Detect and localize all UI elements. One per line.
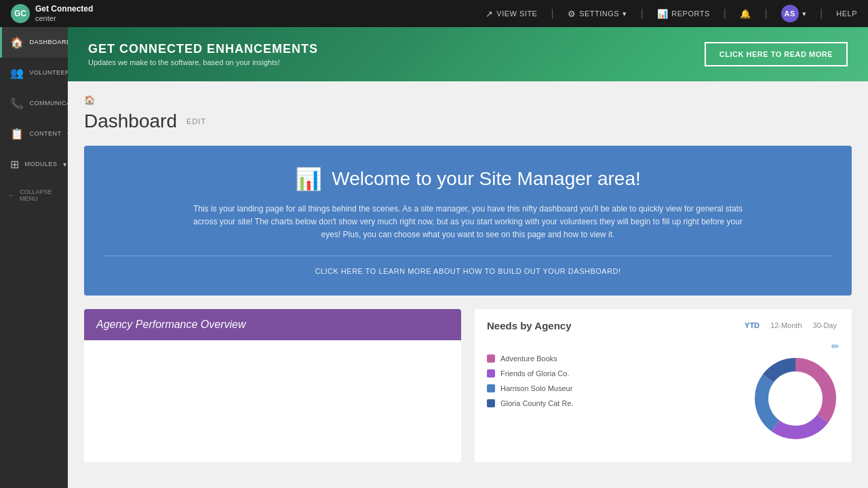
bell-icon: 🔔 xyxy=(740,9,751,19)
enhancement-banner: GET CONNECTED ENHANCEMENTS Updates we ma… xyxy=(68,27,868,81)
agency-card-body xyxy=(84,340,461,462)
avatar: AS xyxy=(781,5,799,22)
legend-item: Gloria County Cat Re. xyxy=(487,399,741,407)
legend-label-3: Harrison Solo Museur xyxy=(500,384,572,392)
edit-chart-icon[interactable]: ✏ xyxy=(487,341,840,352)
settings-button[interactable]: ⚙ SETTINGS ▾ xyxy=(568,9,627,19)
needs-legend: Adventure Books Friends of Gloria Co. Ha… xyxy=(487,354,741,443)
logo[interactable]: GC Get Connected center xyxy=(11,4,93,23)
sidebar-item-label: CONTENT xyxy=(30,130,62,138)
breadcrumb: 🏠 xyxy=(84,95,852,105)
banner-title: GET CONNECTED ENHANCEMENTS xyxy=(88,42,318,56)
logo-icon: GC xyxy=(11,4,30,23)
legend-label-2: Friends of Gloria Co. xyxy=(500,369,569,378)
legend-label-4: Gloria County Cat Re. xyxy=(500,399,574,407)
agency-performance-title: Agency Performance Overview xyxy=(96,319,449,331)
legend-dot-3 xyxy=(487,384,495,392)
legend-item: Adventure Books xyxy=(487,354,741,363)
sidebar-item-label: MODULES xyxy=(25,161,58,168)
people-icon: 👥 xyxy=(10,66,24,79)
legend-dot-4 xyxy=(487,399,495,407)
home-icon: 🏠 xyxy=(10,36,24,49)
nav-divider-5: | xyxy=(820,7,823,20)
legend-label-1: Adventure Books xyxy=(500,354,557,363)
reports-button[interactable]: 📊 REPORTS xyxy=(657,9,710,19)
chevron-down-icon-3: ▾ xyxy=(67,130,68,138)
logo-text: Get Connected center xyxy=(35,4,93,23)
agency-performance-card: Agency Performance Overview xyxy=(84,309,461,462)
help-button[interactable]: HELP xyxy=(836,9,857,18)
user-arrow-icon: ▾ xyxy=(802,9,807,18)
tab-ytd[interactable]: YTD xyxy=(742,320,762,331)
sidebar-item-content[interactable]: 📋 CONTENT ▾ xyxy=(0,119,68,149)
needs-card-body: Adventure Books Friends of Gloria Co. Ha… xyxy=(487,354,840,443)
nav-divider-2: | xyxy=(641,7,644,20)
svg-point-4 xyxy=(772,375,819,422)
needs-card-tabs: YTD 12-Month 30-Day xyxy=(742,320,840,331)
settings-arrow-icon: ▾ xyxy=(623,9,627,18)
view-site-label: VIEW SITE xyxy=(496,9,537,18)
banner-subtitle: Updates we make to the software, based o… xyxy=(88,58,318,66)
reports-label: REPORTS xyxy=(671,9,709,18)
modules-icon: ⊞ xyxy=(10,158,20,171)
banner-text: GET CONNECTED ENHANCEMENTS Updates we ma… xyxy=(88,42,318,66)
nav-divider-4: | xyxy=(764,7,767,20)
sidebar: 🏠 DASHBOARD 👥 VOLUNTEERISM ▾ 📞 COMMUNICA… xyxy=(0,27,68,488)
welcome-body: This is your landing page for all things… xyxy=(190,203,746,242)
sidebar-item-label: COMMUNICATION xyxy=(30,100,68,107)
phone-icon: 📞 xyxy=(10,97,24,110)
nav-divider: | xyxy=(551,7,553,20)
legend-dot-2 xyxy=(487,369,495,378)
user-menu-button[interactable]: AS ▾ xyxy=(781,5,807,22)
edit-link[interactable]: EDIT xyxy=(186,117,206,125)
learn-more-link[interactable]: CLICK HERE TO LEARN MORE ABOUT HOW TO BU… xyxy=(104,256,831,275)
legend-item: Friends of Gloria Co. xyxy=(487,369,741,378)
collapse-arrow-icon: ← xyxy=(8,192,14,199)
sidebar-item-modules[interactable]: ⊞ MODULES ▾ xyxy=(0,149,68,180)
donut-chart xyxy=(751,354,840,443)
tab-12month[interactable]: 12-Month xyxy=(768,320,804,331)
welcome-card: 📊 Welcome to your Site Manager area! Thi… xyxy=(84,146,852,296)
page-title: Dashboard xyxy=(84,110,177,132)
sidebar-item-volunteerism[interactable]: 👥 VOLUNTEERISM ▾ xyxy=(0,58,68,88)
sidebar-item-label: DASHBOARD xyxy=(30,39,68,46)
welcome-card-header: 📊 Welcome to your Site Manager area! xyxy=(104,166,831,192)
content-icon: 📋 xyxy=(10,127,24,140)
notifications-button[interactable]: 🔔 xyxy=(740,9,751,19)
content-area: GET CONNECTED ENHANCEMENTS Updates we ma… xyxy=(68,27,868,488)
bottom-row: Agency Performance Overview Needs by Age… xyxy=(84,309,852,462)
needs-card-header: Needs by Agency YTD 12-Month 30-Day xyxy=(487,320,840,331)
topbar-nav: ↗ VIEW SITE | ⚙ SETTINGS ▾ | 📊 REPORTS |… xyxy=(486,5,857,22)
sidebar-item-dashboard[interactable]: 🏠 DASHBOARD xyxy=(0,27,68,58)
read-more-button[interactable]: CLICK HERE TO READ MORE xyxy=(705,42,848,66)
legend-item: Harrison Solo Museur xyxy=(487,384,741,392)
help-label: HELP xyxy=(836,9,857,18)
chart-icon: 📊 xyxy=(295,166,322,192)
legend-dot-1 xyxy=(487,354,495,363)
needs-card-title: Needs by Agency xyxy=(487,320,572,331)
view-site-button[interactable]: ↗ VIEW SITE xyxy=(486,9,538,19)
needs-by-agency-card: Needs by Agency YTD 12-Month 30-Day ✏ A xyxy=(475,309,852,462)
agency-card-header: Agency Performance Overview xyxy=(84,309,461,340)
gear-icon: ⚙ xyxy=(568,9,576,19)
collapse-label: COLLAPSE MENU xyxy=(20,188,60,202)
reports-icon: 📊 xyxy=(657,9,669,19)
settings-label: SETTINGS xyxy=(579,9,619,18)
external-link-icon: ↗ xyxy=(486,9,494,19)
sidebar-item-communication[interactable]: 📞 COMMUNICATION ▾ xyxy=(0,88,68,119)
sidebar-item-label: VOLUNTEERISM xyxy=(30,69,68,77)
chevron-down-icon-4: ▾ xyxy=(63,161,67,168)
page-header: Dashboard EDIT xyxy=(84,110,852,132)
page-content: 🏠 Dashboard EDIT 📊 Welcome to your Site … xyxy=(68,81,868,476)
collapse-menu-button[interactable]: ← COLLAPSE MENU xyxy=(0,180,68,211)
main-layout: 🏠 DASHBOARD 👥 VOLUNTEERISM ▾ 📞 COMMUNICA… xyxy=(0,27,868,488)
topbar: GC Get Connected center ↗ VIEW SITE | ⚙ … xyxy=(0,0,868,27)
tab-30day[interactable]: 30-Day xyxy=(810,320,840,331)
welcome-title: Welcome to your Site Manager area! xyxy=(332,168,640,190)
nav-divider-3: | xyxy=(724,7,726,20)
